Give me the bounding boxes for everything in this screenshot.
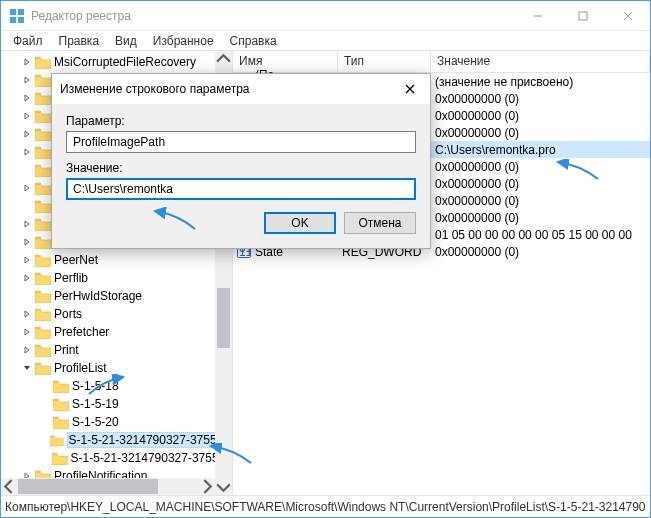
tree-item-label: S-1-5-20 bbox=[72, 415, 119, 429]
tree-item-label: MsiCorruptedFileRecovery bbox=[54, 55, 196, 69]
statusbar-path: Компьютер\HKEY_LOCAL_MACHINE\SOFTWARE\Mi… bbox=[5, 500, 646, 514]
tree-item[interactable]: Print bbox=[1, 341, 232, 359]
tree-item[interactable]: Ports bbox=[1, 305, 232, 323]
folder-icon bbox=[35, 218, 51, 231]
scroll-thumb-h[interactable] bbox=[18, 479, 158, 494]
titlebar: Редактор реестра bbox=[1, 1, 650, 31]
tree-expander-closed-icon[interactable] bbox=[19, 58, 35, 66]
folder-icon bbox=[53, 398, 69, 411]
tree-expander-closed-icon[interactable] bbox=[19, 346, 35, 354]
folder-icon bbox=[35, 56, 51, 69]
tree-item-label: S-1-5-18 bbox=[72, 379, 119, 393]
svg-rect-1 bbox=[18, 9, 24, 15]
tree-item-label: S-1-5-19 bbox=[72, 397, 119, 411]
maximize-button[interactable] bbox=[560, 1, 605, 30]
column-header-type[interactable]: Тип bbox=[338, 51, 431, 72]
folder-icon bbox=[35, 74, 51, 87]
tree-expander-closed-icon[interactable] bbox=[19, 94, 35, 102]
tree-expander-closed-icon[interactable] bbox=[19, 328, 35, 336]
close-icon bbox=[405, 84, 415, 94]
menu-view[interactable]: Вид bbox=[107, 32, 145, 50]
folder-icon bbox=[35, 362, 51, 375]
dialog-title-text: Изменение строкового параметра bbox=[60, 82, 398, 96]
menu-favorites[interactable]: Избранное bbox=[145, 32, 222, 50]
scroll-down-icon[interactable] bbox=[215, 478, 232, 495]
tree-item-label: PerHwIdStorage bbox=[54, 289, 142, 303]
folder-icon bbox=[35, 272, 51, 285]
tree-item[interactable]: S-1-5-20 bbox=[1, 413, 232, 431]
tree-item[interactable]: S-1-5-21-3214790327-375541 bbox=[1, 431, 232, 449]
svg-rect-5 bbox=[579, 12, 587, 20]
tree-item[interactable]: ProfileList bbox=[1, 359, 232, 377]
list-cell-value: 0x00000000 (0) bbox=[435, 92, 519, 106]
tree-expander-closed-icon[interactable] bbox=[19, 310, 35, 318]
column-header-value[interactable]: Значение bbox=[431, 51, 650, 72]
folder-icon bbox=[35, 110, 51, 123]
tree-item-label: PeerNet bbox=[54, 253, 98, 267]
scroll-left-icon[interactable] bbox=[1, 478, 18, 495]
scroll-up-icon[interactable] bbox=[215, 51, 232, 68]
list-cell-value: 0x00000000 (0) bbox=[435, 177, 519, 191]
tree-expander-closed-icon[interactable] bbox=[19, 130, 35, 138]
tree-item-label: Perflib bbox=[54, 271, 88, 285]
tree-item[interactable]: PeerNet bbox=[1, 251, 232, 269]
menu-edit[interactable]: Правка bbox=[51, 32, 108, 50]
dialog-param-label: Параметр: bbox=[66, 114, 416, 128]
folder-icon bbox=[35, 146, 51, 159]
dialog-value-label: Значение: bbox=[66, 161, 416, 175]
tree-item-label: ProfileList bbox=[54, 361, 107, 375]
svg-rect-3 bbox=[18, 17, 24, 23]
tree-expander-closed-icon[interactable] bbox=[19, 274, 35, 282]
tree-item-label: Prefetcher bbox=[54, 325, 109, 339]
tree-item[interactable]: S-1-5-18 bbox=[1, 377, 232, 395]
list-cell-value: 0x00000000 (0) bbox=[435, 160, 519, 174]
tree-expander-closed-icon[interactable] bbox=[19, 76, 35, 84]
tree-item[interactable]: Prefetcher bbox=[1, 323, 232, 341]
tree-item-label: Print bbox=[54, 343, 79, 357]
tree-item[interactable]: MsiCorruptedFileRecovery bbox=[1, 53, 232, 71]
list-cell-value: 0x00000000 (0) bbox=[435, 126, 519, 140]
svg-rect-2 bbox=[10, 17, 16, 23]
dialog-value-field[interactable]: C:\Users\remontka bbox=[66, 178, 416, 200]
folder-icon bbox=[35, 326, 51, 339]
folder-icon bbox=[35, 164, 51, 177]
dialog-cancel-button[interactable]: Отмена bbox=[344, 212, 416, 234]
list-cell-value: 0x00000000 (0) bbox=[435, 109, 519, 123]
folder-icon bbox=[35, 236, 51, 249]
tree-item[interactable]: Perflib bbox=[1, 269, 232, 287]
list-cell-value: C:\Users\remontka.pro bbox=[435, 143, 556, 157]
folder-icon bbox=[53, 380, 69, 393]
folder-icon bbox=[35, 128, 51, 141]
tree-expander-closed-icon[interactable] bbox=[19, 184, 35, 192]
folder-icon bbox=[35, 182, 51, 195]
tree-item[interactable]: S-1-5-19 bbox=[1, 395, 232, 413]
folder-icon bbox=[53, 416, 69, 429]
window-title: Редактор реестра bbox=[31, 9, 515, 23]
folder-icon bbox=[52, 452, 67, 465]
tree-expander-closed-icon[interactable] bbox=[19, 148, 35, 156]
folder-icon bbox=[35, 308, 51, 321]
list-cell-value: 0x00000000 (0) bbox=[435, 245, 519, 259]
minimize-button[interactable] bbox=[515, 1, 560, 30]
dialog-ok-button[interactable]: OK bbox=[264, 212, 336, 234]
dialog-titlebar: Изменение строкового параметра bbox=[52, 74, 430, 104]
list-cell-value: 01 05 00 00 00 00 00 05 15 00 00 00 bbox=[435, 228, 632, 242]
tree-expander-open-icon[interactable] bbox=[19, 364, 35, 372]
scroll-thumb[interactable] bbox=[217, 288, 230, 348]
dialog-close-button[interactable] bbox=[398, 84, 422, 94]
menu-help[interactable]: Справка bbox=[222, 32, 285, 50]
tree-item[interactable]: S-1-5-21-3214790327-375541 bbox=[1, 449, 232, 467]
scroll-right-icon[interactable] bbox=[198, 478, 215, 495]
folder-icon bbox=[35, 92, 51, 105]
tree-expander-closed-icon[interactable] bbox=[19, 256, 35, 264]
tree-item[interactable]: PerHwIdStorage bbox=[1, 287, 232, 305]
tree-expander-closed-icon[interactable] bbox=[19, 220, 35, 228]
menu-file[interactable]: Файл bbox=[5, 32, 51, 50]
tree-item-label: Ports bbox=[54, 307, 82, 321]
folder-icon bbox=[35, 200, 51, 213]
tree-expander-closed-icon[interactable] bbox=[19, 238, 35, 246]
close-button[interactable] bbox=[605, 1, 650, 30]
app-icon bbox=[9, 8, 25, 24]
tree-expander-closed-icon[interactable] bbox=[19, 112, 35, 120]
tree-scrollbar-horizontal[interactable] bbox=[1, 478, 215, 495]
